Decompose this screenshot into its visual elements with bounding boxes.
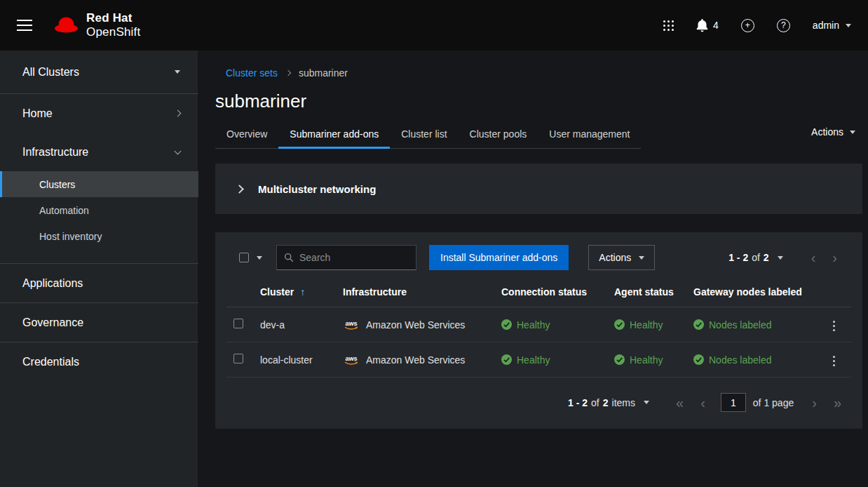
column-header-connection-status[interactable]: Connection status xyxy=(496,277,609,307)
check-circle-icon xyxy=(693,354,704,365)
column-header-agent-status[interactable]: Agent status xyxy=(609,277,688,307)
agent-status[interactable]: Healthy xyxy=(614,319,682,331)
install-submariner-button[interactable]: Install Submariner add-ons xyxy=(429,245,569,270)
column-header-infrastructure[interactable]: Infrastructure xyxy=(337,277,496,307)
breadcrumb: Cluster sets submariner xyxy=(226,67,862,79)
breadcrumb-link-cluster-sets[interactable]: Cluster sets xyxy=(226,67,278,79)
tab-overview[interactable]: Overview xyxy=(215,121,278,149)
breadcrumb-separator-icon xyxy=(285,70,291,76)
gateway-nodes-status[interactable]: Nodes labeled xyxy=(693,354,806,366)
pagination-range: 1 - 2 xyxy=(568,397,588,408)
caret-down-icon xyxy=(257,256,262,260)
tab-submariner-add-ons[interactable]: Submariner add-ons xyxy=(278,121,390,149)
tab-cluster-pools[interactable]: Cluster pools xyxy=(459,121,538,149)
row-kebab-button[interactable] xyxy=(827,352,841,371)
gateway-nodes-status[interactable]: Nodes labeled xyxy=(693,319,806,331)
tab-cluster-list[interactable]: Cluster list xyxy=(390,121,458,149)
sidebar-item-governance[interactable]: Governance xyxy=(0,303,198,342)
svg-text:aws: aws xyxy=(345,355,357,362)
row-checkbox[interactable] xyxy=(233,354,243,363)
breadcrumb-current: submariner xyxy=(299,67,348,79)
sidebar-item-label: Host inventory xyxy=(39,231,102,242)
caret-down-icon xyxy=(850,131,855,134)
sidebar-item-applications[interactable]: Applications xyxy=(0,264,198,302)
svg-text:aws: aws xyxy=(345,320,357,327)
page-of-label: of 1 page xyxy=(753,397,794,408)
column-header-cluster[interactable]: Cluster ↑ xyxy=(255,277,337,307)
sidebar-item-label: Clusters xyxy=(39,179,75,190)
chevron-right-icon xyxy=(235,185,244,194)
help-button[interactable]: ? xyxy=(777,19,790,32)
search-input[interactable] xyxy=(299,252,409,263)
bulk-select-checkbox[interactable] xyxy=(239,253,249,262)
top-pagination: 1 - 2 of 2 ‹ › xyxy=(728,251,846,265)
sidebar-item-host-inventory[interactable]: Host inventory xyxy=(0,223,198,249)
openshift-logo[interactable]: Red Hat OpenShift xyxy=(53,11,140,39)
page-actions-dropdown[interactable]: Actions xyxy=(811,126,855,149)
sidebar-item-clusters[interactable]: Clusters xyxy=(0,171,198,197)
bottom-pagination: 1 - 2 of 2 items « ‹ of 1 page › » xyxy=(226,378,851,429)
page-layout: All Clusters Home Infrastructure Cluster… xyxy=(0,51,868,487)
table-toolbar: Install Submariner add-ons Actions 1 - 2… xyxy=(226,241,851,277)
cluster-perspective-switcher[interactable]: All Clusters xyxy=(0,51,198,94)
infrastructure-label: Amazon Web Services xyxy=(366,319,465,331)
items-per-page-toggle[interactable]: 1 - 2 of 2 items xyxy=(568,397,649,408)
table-actions-dropdown[interactable]: Actions xyxy=(588,245,655,270)
question-circle-icon: ? xyxy=(777,19,790,32)
infrastructure-cell: aws Amazon Web Services xyxy=(343,319,490,331)
row-checkbox[interactable] xyxy=(233,319,243,328)
next-page-button[interactable]: › xyxy=(803,396,825,410)
user-menu[interactable]: admin xyxy=(813,20,851,31)
sidebar-item-home[interactable]: Home xyxy=(0,94,198,133)
check-circle-icon xyxy=(693,319,704,330)
plus-circle-icon: + xyxy=(741,19,754,32)
notifications-button[interactable]: 4 xyxy=(696,19,719,32)
last-page-button[interactable]: » xyxy=(825,396,850,410)
pagination-menu-toggle[interactable]: 1 - 2 of 2 xyxy=(728,252,783,263)
tab-user-management[interactable]: User management xyxy=(538,121,641,149)
masthead-actions: 4 + ? admin xyxy=(663,19,851,32)
prev-page-button[interactable]: ‹ xyxy=(803,251,825,265)
notification-count: 4 xyxy=(713,20,719,31)
tab-bar: Overview Submariner add-ons Cluster list… xyxy=(215,121,641,149)
connection-status[interactable]: Healthy xyxy=(501,319,603,331)
kebab-column-header xyxy=(812,277,851,307)
bulk-select-dropdown[interactable] xyxy=(232,253,265,262)
nav-toggle-button[interactable] xyxy=(17,20,32,31)
main-content: Cluster sets submariner submariner Overv… xyxy=(198,51,868,487)
brand-line-2: OpenShift xyxy=(86,25,140,39)
connection-status[interactable]: Healthy xyxy=(501,354,603,366)
sidebar-item-label: Credentials xyxy=(22,356,79,368)
first-page-button[interactable]: « xyxy=(667,396,692,410)
prev-page-button[interactable]: ‹ xyxy=(692,396,714,410)
caret-down-icon xyxy=(846,24,851,27)
sidebar-item-infrastructure[interactable]: Infrastructure xyxy=(0,133,198,171)
status-label: Healthy xyxy=(630,319,663,331)
agent-status[interactable]: Healthy xyxy=(614,354,682,366)
page-actions-label: Actions xyxy=(811,126,843,138)
column-header-gateway-nodes[interactable]: Gateway nodes labeled xyxy=(688,277,812,307)
sort-ascending-icon: ↑ xyxy=(300,286,305,298)
search-box xyxy=(276,245,416,270)
table-row: local-cluster aws Amazon Web Services xyxy=(226,342,851,378)
sidebar-item-credentials[interactable]: Credentials xyxy=(0,342,198,381)
pagination-of-label: of xyxy=(752,252,760,263)
pagination-of-label: of xyxy=(591,397,599,408)
user-name: admin xyxy=(813,20,839,31)
infrastructure-cell: aws Amazon Web Services xyxy=(343,354,490,366)
next-page-button[interactable]: › xyxy=(824,251,846,265)
sidebar-item-label: Automation xyxy=(39,205,89,216)
sidebar-item-label: Applications xyxy=(22,277,83,290)
page-number-input[interactable] xyxy=(721,393,746,412)
caret-down-icon xyxy=(639,256,644,260)
column-label: Cluster xyxy=(260,286,294,298)
caret-down-icon xyxy=(175,70,180,74)
multicluster-networking-section[interactable]: Multicluster networking xyxy=(215,164,862,214)
cluster-name: local-cluster xyxy=(255,342,337,378)
aws-icon: aws xyxy=(343,354,360,365)
add-button[interactable]: + xyxy=(741,19,754,32)
sidebar-item-label: Governance xyxy=(22,316,83,329)
apps-launcher-button[interactable] xyxy=(663,20,674,31)
sidebar-item-automation[interactable]: Automation xyxy=(0,197,198,223)
row-kebab-button[interactable] xyxy=(827,316,841,335)
